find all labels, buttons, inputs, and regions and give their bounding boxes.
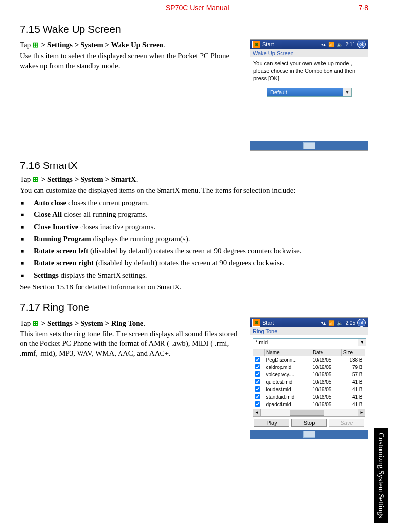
- heading-7-17: 7.17 Ring Tone: [20, 301, 368, 313]
- start-flag-icon[interactable]: ⊞: [252, 41, 260, 48]
- col-date[interactable]: Date: [311, 349, 341, 356]
- device-bottombar: [250, 430, 368, 439]
- speaker-icon: 🔈: [337, 320, 343, 326]
- list-item: Rotate screen left (disabled by default)…: [20, 246, 368, 256]
- wakeup-mode-combo[interactable]: Default ▼: [267, 88, 352, 97]
- table-row[interactable]: caldrop.mid10/16/0579 B: [253, 364, 365, 371]
- device-titlebar: ⊞ Start ▾▴ 📶 🔈 2:05 ok: [250, 318, 368, 327]
- device-subtitle: Ring Tone: [250, 327, 368, 335]
- list-item: Rotate screen right (disabled by default…: [20, 258, 368, 268]
- col-name[interactable]: Name: [265, 349, 311, 356]
- scroll-thumb[interactable]: [290, 410, 325, 416]
- file-checkbox[interactable]: [255, 357, 260, 362]
- tap-path-7-17: Tap ⊞ > Settings > System > Ring Tone.: [20, 319, 240, 327]
- keyboard-icon[interactable]: [303, 431, 315, 438]
- scroll-track[interactable]: [261, 409, 358, 416]
- titlebar-start-text[interactable]: Start: [262, 41, 274, 47]
- signal-icon: ▾▴: [321, 320, 326, 326]
- signal-icon: ▾▴: [321, 42, 326, 47]
- combo-value: Default: [267, 88, 343, 97]
- tap-path-7-16: Tap ⊞ > Settings > System > SmartX.: [20, 175, 368, 184]
- system-tray: ▾▴ 📶 🔈 2:11: [320, 41, 355, 47]
- after-7-16: See Section 15.18 for detailed informati…: [20, 283, 368, 292]
- heading-7-16: 7.16 SmartX: [20, 160, 368, 171]
- ok-button[interactable]: ok: [357, 41, 366, 48]
- list-item: Running Program displays the running pro…: [20, 234, 368, 244]
- stop-button[interactable]: Stop: [291, 419, 327, 427]
- list-item: Auto close closes the current program.: [20, 198, 368, 208]
- start-icon: ⊞: [33, 319, 40, 327]
- horizontal-scrollbar[interactable]: ◄ ►: [253, 409, 365, 417]
- body-7-17: This item sets the ring tone file. The s…: [20, 329, 240, 359]
- clock-text: 2:05: [346, 320, 355, 326]
- scroll-left-icon[interactable]: ◄: [253, 409, 261, 416]
- tap-path-7-15: Tap ⊞ > Settings > System > Wake Up Scre…: [20, 41, 240, 49]
- file-checkbox[interactable]: [255, 379, 260, 384]
- antenna-icon: 📶: [328, 42, 334, 47]
- col-size[interactable]: Size: [341, 349, 365, 356]
- device-screenshot-wakeup: ⊞ Start ▾▴ 📶 🔈 2:11 ok Wake Up Screen Yo…: [250, 39, 368, 151]
- device-subtitle: Wake Up Screen: [250, 49, 368, 57]
- start-icon: ⊞: [33, 175, 40, 184]
- file-checkbox[interactable]: [255, 364, 260, 369]
- file-checkbox[interactable]: [255, 386, 260, 392]
- file-table: Name Date Size PegDisconn...10/16/05138 …: [253, 349, 365, 408]
- table-row[interactable]: loudest.mid10/16/0541 B: [253, 386, 365, 393]
- device-bottombar: [250, 141, 368, 150]
- speaker-icon: 🔈: [337, 42, 343, 47]
- list-item: Close Inactive closes inactive programs.: [20, 222, 368, 232]
- scroll-right-icon[interactable]: ►: [358, 409, 365, 416]
- heading-7-15: 7.15 Wake Up Screen: [20, 23, 368, 35]
- table-row[interactable]: voiceprvcy....10/16/0557 B: [253, 371, 365, 378]
- table-row[interactable]: quietest.mid10/16/0541 B: [253, 378, 365, 386]
- play-button[interactable]: Play: [254, 419, 289, 427]
- device-body-text: You can select your own wake up mode , p…: [253, 60, 365, 82]
- page-header: . SP70C User Manual 7-8: [15, 0, 388, 13]
- chevron-down-icon[interactable]: ▼: [358, 339, 366, 346]
- antenna-icon: 📶: [328, 320, 334, 326]
- titlebar-start-text[interactable]: Start: [262, 320, 274, 326]
- device-screenshot-ringtone: ⊞ Start ▾▴ 📶 🔈 2:05 ok Ring Tone *.mid ▼: [250, 317, 368, 439]
- list-item: Settings displays the SmartX settings.: [20, 271, 368, 281]
- start-flag-icon[interactable]: ⊞: [252, 319, 260, 327]
- table-row[interactable]: dpadctl.mid10/16/0541 B: [253, 401, 365, 408]
- system-tray: ▾▴ 📶 🔈 2:05: [320, 320, 355, 326]
- header-title: SP70C User Manual: [166, 4, 229, 12]
- header-page: 7-8: [359, 4, 368, 12]
- table-header-row: Name Date Size: [253, 349, 365, 356]
- table-row[interactable]: PegDisconn...10/16/05138 B: [253, 356, 365, 364]
- ok-button[interactable]: ok: [357, 319, 366, 327]
- save-button: Save: [329, 419, 364, 427]
- smartx-list: Auto close closes the current program. C…: [20, 198, 368, 281]
- list-item: Close All closes all running programs.: [20, 210, 368, 220]
- table-row[interactable]: standard.mid10/16/0541 B: [253, 393, 365, 401]
- keyboard-icon[interactable]: [303, 142, 315, 149]
- side-tab: Customizng System Settings: [374, 428, 389, 523]
- body-7-15: Use this item to select the displayed sc…: [20, 51, 240, 71]
- file-checkbox[interactable]: [255, 371, 260, 377]
- file-checkbox[interactable]: [255, 394, 260, 399]
- chevron-down-icon[interactable]: ▼: [343, 88, 351, 96]
- filter-combo[interactable]: *.mid ▼: [253, 338, 366, 346]
- clock-text: 2:11: [346, 42, 355, 47]
- start-icon: ⊞: [33, 41, 40, 49]
- intro-7-16: You can customize the displayed items on…: [20, 186, 368, 196]
- device-titlebar: ⊞ Start ▾▴ 📶 🔈 2:11 ok: [250, 40, 368, 49]
- filter-value: *.mid: [253, 339, 358, 346]
- file-checkbox[interactable]: [255, 401, 260, 407]
